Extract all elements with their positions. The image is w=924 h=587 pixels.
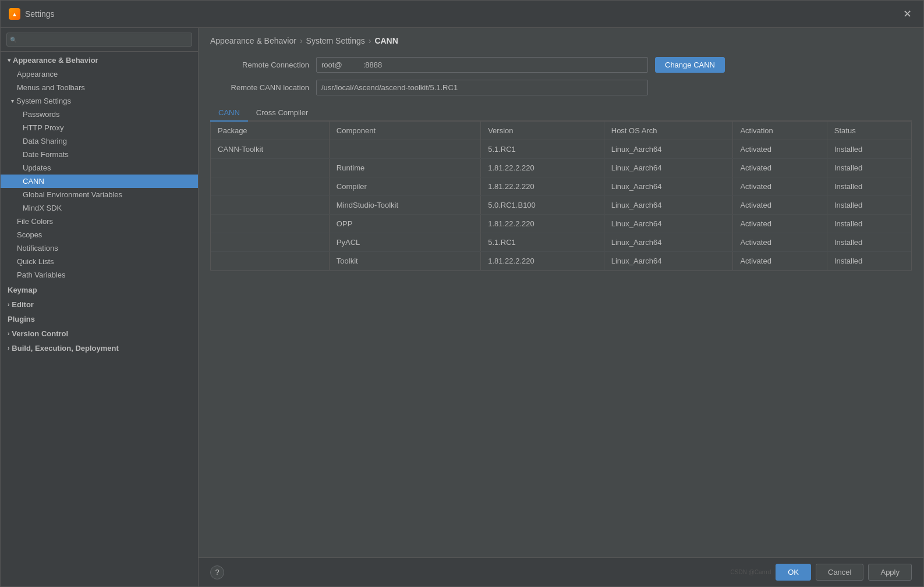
sidebar-item-version-control[interactable]: › Version Control: [1, 326, 198, 341]
breadcrumb-part-3: CANN: [374, 36, 398, 45]
table-cell-5-1: PyACL: [329, 233, 480, 252]
title-bar: ▲ Settings ✕: [1, 1, 923, 28]
sidebar-subitem-date-formats[interactable]: Date Formats: [1, 148, 198, 161]
breadcrumb-sep-2: ›: [369, 36, 371, 45]
sidebar-subgroup-header-system-settings[interactable]: ▾ System Settings: [1, 94, 198, 108]
apply-button[interactable]: Apply: [868, 564, 912, 581]
sidebar-subitem-global-env-vars[interactable]: Global Environment Variables: [1, 188, 198, 201]
table-row: Toolkit1.81.22.2.220Linux_Aarch64Activat…: [211, 252, 911, 271]
sidebar-subitem-http-proxy[interactable]: HTTP Proxy: [1, 121, 198, 134]
sidebar-item-appearance[interactable]: Appearance: [1, 67, 198, 81]
table-cell-0-0: CANN-Toolkit: [211, 140, 329, 159]
col-version: Version: [481, 122, 604, 140]
table-cell-4-1: OPP: [329, 215, 480, 233]
tabs-bar: CANN Cross Compiler: [210, 105, 912, 122]
main-panel: Appearance & Behavior › System Settings …: [199, 28, 923, 586]
table-cell-6-0: [211, 252, 329, 271]
ok-button[interactable]: OK: [776, 564, 811, 581]
remote-cann-input[interactable]: [316, 80, 648, 95]
table-row: Runtime1.81.22.2.220Linux_Aarch64Activat…: [211, 159, 911, 177]
remote-connection-label: Remote Connection: [210, 61, 309, 69]
sidebar-item-path-variables[interactable]: Path Variables: [1, 268, 198, 282]
table-cell-0-1: [329, 140, 480, 159]
table-cell-5-3: Linux_Aarch64: [604, 233, 733, 252]
chevron-right-icon-vc: ›: [8, 330, 9, 337]
sidebar-group-header-appearance-behavior[interactable]: ▾ Appearance & Behavior: [1, 53, 198, 67]
table-cell-3-0: [211, 196, 329, 215]
sidebar-subitem-mindx-sdk[interactable]: MindX SDK: [1, 201, 198, 215]
table-cell-1-2: 1.81.22.2.220: [481, 159, 604, 177]
sidebar-subitem-data-sharing[interactable]: Data Sharing: [1, 134, 198, 148]
table-cell-3-5: Installed: [827, 196, 911, 215]
main-content: ▾ Appearance & Behavior Appearance Menus…: [1, 28, 923, 586]
table-cell-1-1: Runtime: [329, 159, 480, 177]
sidebar-item-file-colors[interactable]: File Colors: [1, 215, 198, 228]
table-cell-4-5: Installed: [827, 215, 911, 233]
sidebar-item-quick-lists[interactable]: Quick Lists: [1, 255, 198, 268]
remote-connection-input[interactable]: [316, 57, 648, 73]
col-activation: Activation: [733, 122, 827, 140]
breadcrumb: Appearance & Behavior › System Settings …: [199, 28, 923, 51]
tab-cann[interactable]: CANN: [210, 105, 248, 122]
table-cell-6-1: Toolkit: [329, 252, 480, 271]
sidebar-item-editor[interactable]: › Editor: [1, 297, 198, 312]
table-cell-1-4: Activated: [733, 159, 827, 177]
cancel-button[interactable]: Cancel: [816, 564, 863, 581]
chevron-down-icon: ▾: [8, 57, 10, 63]
cann-table: Package Component Version Host OS Arch A…: [211, 122, 911, 271]
footer-right: CSDN @Carrrd OK Cancel Apply: [726, 564, 912, 581]
close-button[interactable]: ✕: [900, 6, 915, 22]
table-cell-5-4: Activated: [733, 233, 827, 252]
table-row: MindStudio-Toolkit5.0.RC1.B100Linux_Aarc…: [211, 196, 911, 215]
table-row: Compiler1.81.22.2.220Linux_Aarch64Activa…: [211, 177, 911, 196]
table-header-row: Package Component Version Host OS Arch A…: [211, 122, 911, 140]
table-cell-6-3: Linux_Aarch64: [604, 252, 733, 271]
watermark: CSDN @Carrrd: [731, 569, 771, 575]
title-bar-left: ▲ Settings: [9, 8, 55, 20]
sidebar-subitem-updates[interactable]: Updates: [1, 161, 198, 175]
form-row-remote-connection: Remote Connection Change CANN: [210, 57, 912, 73]
table-cell-3-3: Linux_Aarch64: [604, 196, 733, 215]
table-cell-6-5: Installed: [827, 252, 911, 271]
table-cell-1-3: Linux_Aarch64: [604, 159, 733, 177]
search-box: [1, 28, 198, 52]
sidebar-item-scopes[interactable]: Scopes: [1, 228, 198, 241]
breadcrumb-sep-1: ›: [300, 36, 303, 45]
breadcrumb-part-1: Appearance & Behavior: [210, 36, 296, 45]
app-icon: ▲: [9, 8, 20, 20]
tab-cross-compiler[interactable]: Cross Compiler: [248, 105, 317, 122]
table-cell-2-2: 1.81.22.2.220: [481, 177, 604, 196]
table-cell-5-5: Installed: [827, 233, 911, 252]
window-title: Settings: [25, 9, 55, 19]
table-cell-4-0: [211, 215, 329, 233]
table-cell-2-3: Linux_Aarch64: [604, 177, 733, 196]
sidebar-scroll: ▾ Appearance & Behavior Appearance Menus…: [1, 52, 198, 586]
table-cell-0-4: Activated: [733, 140, 827, 159]
sidebar-item-menus-toolbars[interactable]: Menus and Toolbars: [1, 81, 198, 94]
sidebar: ▾ Appearance & Behavior Appearance Menus…: [1, 28, 199, 586]
help-button[interactable]: ?: [210, 565, 224, 579]
sidebar-item-plugins[interactable]: Plugins: [1, 312, 198, 326]
sidebar-item-notifications[interactable]: Notifications: [1, 241, 198, 255]
table-cell-3-2: 5.0.RC1.B100: [481, 196, 604, 215]
sidebar-subitem-cann[interactable]: CANN: [1, 175, 198, 188]
sidebar-item-keymap[interactable]: Keymap: [1, 283, 198, 297]
form-row-remote-cann: Remote CANN location: [210, 80, 912, 95]
table-cell-4-3: Linux_Aarch64: [604, 215, 733, 233]
table-cell-4-4: Activated: [733, 215, 827, 233]
table-cell-0-5: Installed: [827, 140, 911, 159]
footer: ? CSDN @Carrrd OK Cancel Apply: [199, 557, 923, 586]
sidebar-subitem-passwords[interactable]: Passwords: [1, 108, 198, 121]
change-cann-button[interactable]: Change CANN: [655, 57, 725, 73]
table-cell-6-4: Activated: [733, 252, 827, 271]
col-status: Status: [827, 122, 911, 140]
search-input[interactable]: [6, 33, 192, 47]
remote-cann-label: Remote CANN location: [210, 83, 309, 92]
table-cell-0-2: 5.1.RC1: [481, 140, 604, 159]
sidebar-item-build-exec-deploy[interactable]: › Build, Execution, Deployment: [1, 341, 198, 355]
table-cell-1-0: [211, 159, 329, 177]
table-cell-3-1: MindStudio-Toolkit: [329, 196, 480, 215]
table-cell-1-5: Installed: [827, 159, 911, 177]
col-package: Package: [211, 122, 329, 140]
settings-dialog: ▲ Settings ✕ ▾ Appearance & Behavior: [0, 0, 924, 587]
